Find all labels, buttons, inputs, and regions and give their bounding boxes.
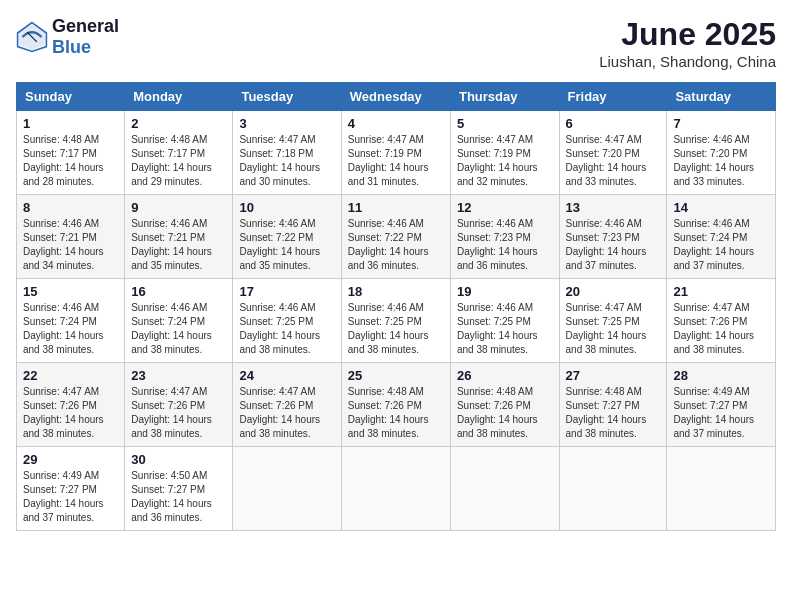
table-row: 19Sunrise: 4:46 AM Sunset: 7:25 PM Dayli… xyxy=(450,279,559,363)
day-info: Sunrise: 4:48 AM Sunset: 7:27 PM Dayligh… xyxy=(566,385,661,441)
day-number: 8 xyxy=(23,200,118,215)
table-row: 18Sunrise: 4:46 AM Sunset: 7:25 PM Dayli… xyxy=(341,279,450,363)
col-tuesday: Tuesday xyxy=(233,83,341,111)
header: General Blue June 2025 Liushan, Shandong… xyxy=(16,16,776,70)
day-info: Sunrise: 4:46 AM Sunset: 7:23 PM Dayligh… xyxy=(457,217,553,273)
calendar-title: June 2025 xyxy=(599,16,776,53)
day-info: Sunrise: 4:46 AM Sunset: 7:20 PM Dayligh… xyxy=(673,133,769,189)
day-number: 9 xyxy=(131,200,226,215)
day-info: Sunrise: 4:48 AM Sunset: 7:26 PM Dayligh… xyxy=(457,385,553,441)
day-info: Sunrise: 4:47 AM Sunset: 7:20 PM Dayligh… xyxy=(566,133,661,189)
col-thursday: Thursday xyxy=(450,83,559,111)
day-number: 20 xyxy=(566,284,661,299)
day-number: 22 xyxy=(23,368,118,383)
table-row: 23Sunrise: 4:47 AM Sunset: 7:26 PM Dayli… xyxy=(125,363,233,447)
table-row: 21Sunrise: 4:47 AM Sunset: 7:26 PM Dayli… xyxy=(667,279,776,363)
calendar-subtitle: Liushan, Shandong, China xyxy=(599,53,776,70)
day-number: 19 xyxy=(457,284,553,299)
logo: General Blue xyxy=(16,16,119,58)
day-number: 24 xyxy=(239,368,334,383)
day-number: 27 xyxy=(566,368,661,383)
table-row: 5Sunrise: 4:47 AM Sunset: 7:19 PM Daylig… xyxy=(450,111,559,195)
day-info: Sunrise: 4:49 AM Sunset: 7:27 PM Dayligh… xyxy=(23,469,118,525)
table-row: 15Sunrise: 4:46 AM Sunset: 7:24 PM Dayli… xyxy=(17,279,125,363)
title-area: June 2025 Liushan, Shandong, China xyxy=(599,16,776,70)
table-row xyxy=(233,447,341,531)
day-number: 28 xyxy=(673,368,769,383)
day-number: 11 xyxy=(348,200,444,215)
logo-general-text: General xyxy=(52,16,119,36)
day-info: Sunrise: 4:46 AM Sunset: 7:22 PM Dayligh… xyxy=(239,217,334,273)
day-info: Sunrise: 4:46 AM Sunset: 7:25 PM Dayligh… xyxy=(457,301,553,357)
day-info: Sunrise: 4:48 AM Sunset: 7:17 PM Dayligh… xyxy=(23,133,118,189)
day-number: 26 xyxy=(457,368,553,383)
day-info: Sunrise: 4:46 AM Sunset: 7:21 PM Dayligh… xyxy=(131,217,226,273)
calendar-week-3: 15Sunrise: 4:46 AM Sunset: 7:24 PM Dayli… xyxy=(17,279,776,363)
day-number: 23 xyxy=(131,368,226,383)
col-monday: Monday xyxy=(125,83,233,111)
table-row: 3Sunrise: 4:47 AM Sunset: 7:18 PM Daylig… xyxy=(233,111,341,195)
day-info: Sunrise: 4:47 AM Sunset: 7:26 PM Dayligh… xyxy=(239,385,334,441)
table-row xyxy=(341,447,450,531)
day-number: 25 xyxy=(348,368,444,383)
table-row: 13Sunrise: 4:46 AM Sunset: 7:23 PM Dayli… xyxy=(559,195,667,279)
col-saturday: Saturday xyxy=(667,83,776,111)
calendar-week-4: 22Sunrise: 4:47 AM Sunset: 7:26 PM Dayli… xyxy=(17,363,776,447)
day-info: Sunrise: 4:48 AM Sunset: 7:17 PM Dayligh… xyxy=(131,133,226,189)
day-info: Sunrise: 4:46 AM Sunset: 7:24 PM Dayligh… xyxy=(23,301,118,357)
header-row: Sunday Monday Tuesday Wednesday Thursday… xyxy=(17,83,776,111)
day-info: Sunrise: 4:46 AM Sunset: 7:25 PM Dayligh… xyxy=(348,301,444,357)
table-row: 8Sunrise: 4:46 AM Sunset: 7:21 PM Daylig… xyxy=(17,195,125,279)
table-row: 12Sunrise: 4:46 AM Sunset: 7:23 PM Dayli… xyxy=(450,195,559,279)
day-number: 2 xyxy=(131,116,226,131)
table-row: 20Sunrise: 4:47 AM Sunset: 7:25 PM Dayli… xyxy=(559,279,667,363)
day-number: 3 xyxy=(239,116,334,131)
day-info: Sunrise: 4:47 AM Sunset: 7:26 PM Dayligh… xyxy=(673,301,769,357)
table-row: 1Sunrise: 4:48 AM Sunset: 7:17 PM Daylig… xyxy=(17,111,125,195)
day-number: 29 xyxy=(23,452,118,467)
day-number: 7 xyxy=(673,116,769,131)
day-number: 30 xyxy=(131,452,226,467)
day-info: Sunrise: 4:47 AM Sunset: 7:25 PM Dayligh… xyxy=(566,301,661,357)
day-number: 21 xyxy=(673,284,769,299)
day-info: Sunrise: 4:48 AM Sunset: 7:26 PM Dayligh… xyxy=(348,385,444,441)
day-number: 16 xyxy=(131,284,226,299)
table-row: 11Sunrise: 4:46 AM Sunset: 7:22 PM Dayli… xyxy=(341,195,450,279)
day-info: Sunrise: 4:46 AM Sunset: 7:23 PM Dayligh… xyxy=(566,217,661,273)
table-row: 7Sunrise: 4:46 AM Sunset: 7:20 PM Daylig… xyxy=(667,111,776,195)
day-info: Sunrise: 4:46 AM Sunset: 7:22 PM Dayligh… xyxy=(348,217,444,273)
day-number: 1 xyxy=(23,116,118,131)
day-info: Sunrise: 4:47 AM Sunset: 7:26 PM Dayligh… xyxy=(131,385,226,441)
table-row: 24Sunrise: 4:47 AM Sunset: 7:26 PM Dayli… xyxy=(233,363,341,447)
day-number: 5 xyxy=(457,116,553,131)
calendar-week-1: 1Sunrise: 4:48 AM Sunset: 7:17 PM Daylig… xyxy=(17,111,776,195)
logo-icon xyxy=(16,21,48,53)
table-row: 30Sunrise: 4:50 AM Sunset: 7:27 PM Dayli… xyxy=(125,447,233,531)
table-row: 14Sunrise: 4:46 AM Sunset: 7:24 PM Dayli… xyxy=(667,195,776,279)
table-row: 16Sunrise: 4:46 AM Sunset: 7:24 PM Dayli… xyxy=(125,279,233,363)
calendar-week-2: 8Sunrise: 4:46 AM Sunset: 7:21 PM Daylig… xyxy=(17,195,776,279)
day-number: 4 xyxy=(348,116,444,131)
calendar-week-5: 29Sunrise: 4:49 AM Sunset: 7:27 PM Dayli… xyxy=(17,447,776,531)
table-row: 4Sunrise: 4:47 AM Sunset: 7:19 PM Daylig… xyxy=(341,111,450,195)
table-row: 2Sunrise: 4:48 AM Sunset: 7:17 PM Daylig… xyxy=(125,111,233,195)
day-number: 6 xyxy=(566,116,661,131)
table-row xyxy=(667,447,776,531)
table-row: 6Sunrise: 4:47 AM Sunset: 7:20 PM Daylig… xyxy=(559,111,667,195)
day-number: 12 xyxy=(457,200,553,215)
table-row: 26Sunrise: 4:48 AM Sunset: 7:26 PM Dayli… xyxy=(450,363,559,447)
day-info: Sunrise: 4:46 AM Sunset: 7:24 PM Dayligh… xyxy=(131,301,226,357)
day-info: Sunrise: 4:49 AM Sunset: 7:27 PM Dayligh… xyxy=(673,385,769,441)
table-row xyxy=(559,447,667,531)
day-info: Sunrise: 4:46 AM Sunset: 7:21 PM Dayligh… xyxy=(23,217,118,273)
table-row: 25Sunrise: 4:48 AM Sunset: 7:26 PM Dayli… xyxy=(341,363,450,447)
table-row: 28Sunrise: 4:49 AM Sunset: 7:27 PM Dayli… xyxy=(667,363,776,447)
day-number: 17 xyxy=(239,284,334,299)
day-number: 15 xyxy=(23,284,118,299)
day-number: 13 xyxy=(566,200,661,215)
day-number: 10 xyxy=(239,200,334,215)
day-number: 18 xyxy=(348,284,444,299)
day-info: Sunrise: 4:46 AM Sunset: 7:24 PM Dayligh… xyxy=(673,217,769,273)
col-sunday: Sunday xyxy=(17,83,125,111)
table-row: 22Sunrise: 4:47 AM Sunset: 7:26 PM Dayli… xyxy=(17,363,125,447)
